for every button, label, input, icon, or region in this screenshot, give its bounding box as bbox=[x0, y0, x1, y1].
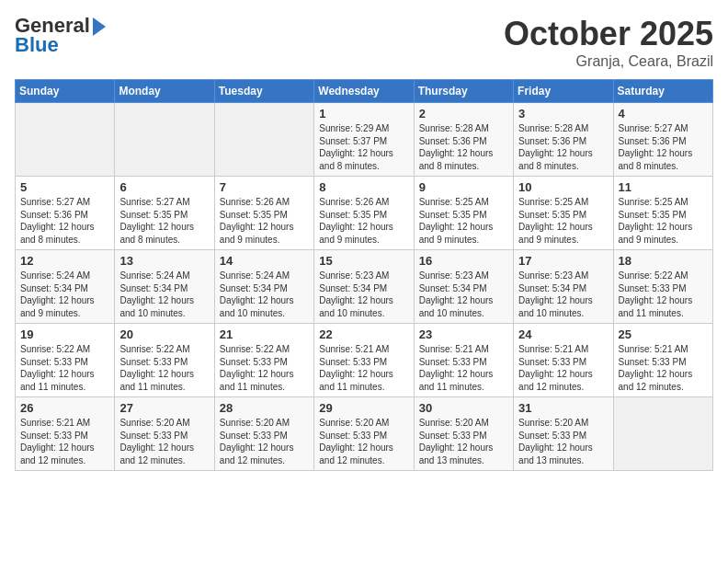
day-info: Sunrise: 5:21 AM Sunset: 5:33 PM Dayligh… bbox=[319, 343, 408, 393]
day-info: Sunrise: 5:28 AM Sunset: 5:36 PM Dayligh… bbox=[518, 122, 608, 172]
calendar-cell: 25Sunrise: 5:21 AM Sunset: 5:33 PM Dayli… bbox=[613, 324, 712, 397]
calendar-cell: 12Sunrise: 5:24 AM Sunset: 5:34 PM Dayli… bbox=[16, 250, 115, 324]
day-number: 26 bbox=[20, 401, 109, 415]
calendar-cell: 8Sunrise: 5:26 AM Sunset: 5:35 PM Daylig… bbox=[314, 177, 414, 250]
day-number: 16 bbox=[419, 254, 508, 268]
calendar-cell: 3Sunrise: 5:28 AM Sunset: 5:36 PM Daylig… bbox=[514, 103, 613, 177]
svg-marker-0 bbox=[93, 17, 106, 36]
day-info: Sunrise: 5:24 AM Sunset: 5:34 PM Dayligh… bbox=[119, 270, 209, 319]
calendar-cell: 28Sunrise: 5:20 AM Sunset: 5:33 PM Dayli… bbox=[214, 397, 313, 471]
calendar-cell: 6Sunrise: 5:27 AM Sunset: 5:35 PM Daylig… bbox=[115, 177, 214, 250]
day-info: Sunrise: 5:24 AM Sunset: 5:34 PM Dayligh… bbox=[220, 270, 309, 319]
calendar-cell: 19Sunrise: 5:22 AM Sunset: 5:33 PM Dayli… bbox=[16, 324, 115, 397]
calendar-cell: 22Sunrise: 5:21 AM Sunset: 5:33 PM Dayli… bbox=[314, 324, 414, 397]
calendar-cell: 23Sunrise: 5:21 AM Sunset: 5:33 PM Dayli… bbox=[414, 324, 513, 397]
day-info: Sunrise: 5:20 AM Sunset: 5:33 PM Dayligh… bbox=[220, 417, 309, 466]
calendar-cell: 5Sunrise: 5:27 AM Sunset: 5:36 PM Daylig… bbox=[16, 177, 115, 250]
weekday-header-friday: Friday bbox=[514, 80, 613, 103]
day-number: 1 bbox=[319, 107, 408, 121]
day-info: Sunrise: 5:21 AM Sunset: 5:33 PM Dayligh… bbox=[518, 343, 608, 393]
calendar-cell bbox=[16, 103, 115, 177]
weekday-header-monday: Monday bbox=[115, 80, 214, 103]
weekday-header-thursday: Thursday bbox=[414, 80, 513, 103]
day-info: Sunrise: 5:25 AM Sunset: 5:35 PM Dayligh… bbox=[419, 196, 508, 246]
day-info: Sunrise: 5:22 AM Sunset: 5:33 PM Dayligh… bbox=[220, 343, 309, 393]
calendar-cell bbox=[214, 103, 313, 177]
calendar-cell: 21Sunrise: 5:22 AM Sunset: 5:33 PM Dayli… bbox=[214, 324, 313, 397]
day-info: Sunrise: 5:25 AM Sunset: 5:35 PM Dayligh… bbox=[518, 196, 608, 246]
calendar-cell bbox=[613, 397, 712, 471]
calendar-week-1: 1Sunrise: 5:29 AM Sunset: 5:37 PM Daylig… bbox=[16, 103, 713, 177]
day-info: Sunrise: 5:21 AM Sunset: 5:33 PM Dayligh… bbox=[20, 417, 109, 466]
calendar-cell: 7Sunrise: 5:26 AM Sunset: 5:35 PM Daylig… bbox=[214, 177, 313, 250]
calendar-cell: 24Sunrise: 5:21 AM Sunset: 5:33 PM Dayli… bbox=[514, 324, 613, 397]
day-number: 30 bbox=[419, 401, 508, 415]
day-number: 10 bbox=[518, 180, 608, 194]
calendar-cell: 30Sunrise: 5:20 AM Sunset: 5:33 PM Dayli… bbox=[414, 397, 513, 471]
location-subtitle: Granja, Ceara, Brazil bbox=[504, 53, 713, 70]
day-number: 2 bbox=[419, 107, 508, 121]
logo-flag-icon bbox=[91, 16, 108, 38]
logo: General Blue bbox=[15, 15, 108, 56]
day-info: Sunrise: 5:25 AM Sunset: 5:35 PM Dayligh… bbox=[619, 196, 708, 246]
day-info: Sunrise: 5:27 AM Sunset: 5:36 PM Dayligh… bbox=[619, 122, 708, 172]
day-number: 31 bbox=[518, 401, 608, 415]
day-info: Sunrise: 5:20 AM Sunset: 5:33 PM Dayligh… bbox=[518, 417, 608, 466]
calendar-cell: 15Sunrise: 5:23 AM Sunset: 5:34 PM Dayli… bbox=[314, 250, 414, 324]
calendar-week-5: 26Sunrise: 5:21 AM Sunset: 5:33 PM Dayli… bbox=[16, 397, 713, 471]
day-info: Sunrise: 5:23 AM Sunset: 5:34 PM Dayligh… bbox=[319, 270, 408, 319]
day-info: Sunrise: 5:28 AM Sunset: 5:36 PM Dayligh… bbox=[419, 122, 508, 172]
calendar-cell: 11Sunrise: 5:25 AM Sunset: 5:35 PM Dayli… bbox=[613, 177, 712, 250]
day-info: Sunrise: 5:26 AM Sunset: 5:35 PM Dayligh… bbox=[319, 196, 408, 246]
day-info: Sunrise: 5:23 AM Sunset: 5:34 PM Dayligh… bbox=[419, 270, 508, 319]
day-number: 19 bbox=[20, 327, 109, 341]
day-info: Sunrise: 5:24 AM Sunset: 5:34 PM Dayligh… bbox=[20, 270, 109, 319]
calendar-cell: 1Sunrise: 5:29 AM Sunset: 5:37 PM Daylig… bbox=[314, 103, 414, 177]
header: General Blue October 2025 Granja, Ceara,… bbox=[15, 15, 713, 70]
calendar-cell: 17Sunrise: 5:23 AM Sunset: 5:34 PM Dayli… bbox=[514, 250, 613, 324]
calendar-cell: 2Sunrise: 5:28 AM Sunset: 5:36 PM Daylig… bbox=[414, 103, 513, 177]
day-info: Sunrise: 5:29 AM Sunset: 5:37 PM Dayligh… bbox=[319, 122, 408, 172]
day-info: Sunrise: 5:27 AM Sunset: 5:35 PM Dayligh… bbox=[119, 196, 209, 246]
day-number: 8 bbox=[319, 180, 408, 194]
day-info: Sunrise: 5:22 AM Sunset: 5:33 PM Dayligh… bbox=[119, 343, 209, 393]
day-number: 29 bbox=[319, 401, 408, 415]
day-info: Sunrise: 5:27 AM Sunset: 5:36 PM Dayligh… bbox=[20, 196, 109, 246]
day-info: Sunrise: 5:20 AM Sunset: 5:33 PM Dayligh… bbox=[419, 417, 508, 466]
calendar-cell bbox=[115, 103, 214, 177]
day-info: Sunrise: 5:22 AM Sunset: 5:33 PM Dayligh… bbox=[619, 270, 708, 319]
weekday-header-wednesday: Wednesday bbox=[314, 80, 414, 103]
day-number: 18 bbox=[619, 254, 708, 268]
calendar-cell: 13Sunrise: 5:24 AM Sunset: 5:34 PM Dayli… bbox=[115, 250, 214, 324]
calendar-cell: 16Sunrise: 5:23 AM Sunset: 5:34 PM Dayli… bbox=[414, 250, 513, 324]
title-block: October 2025 Granja, Ceara, Brazil bbox=[504, 15, 713, 70]
calendar-cell: 14Sunrise: 5:24 AM Sunset: 5:34 PM Dayli… bbox=[214, 250, 313, 324]
day-number: 28 bbox=[220, 401, 309, 415]
day-number: 20 bbox=[119, 327, 209, 341]
weekday-header-sunday: Sunday bbox=[16, 80, 115, 103]
day-number: 24 bbox=[518, 327, 608, 341]
day-number: 27 bbox=[119, 401, 209, 415]
day-number: 11 bbox=[619, 180, 708, 194]
calendar-table: SundayMondayTuesdayWednesdayThursdayFrid… bbox=[15, 79, 713, 471]
calendar-cell: 31Sunrise: 5:20 AM Sunset: 5:33 PM Dayli… bbox=[514, 397, 613, 471]
day-info: Sunrise: 5:20 AM Sunset: 5:33 PM Dayligh… bbox=[119, 417, 209, 466]
day-info: Sunrise: 5:22 AM Sunset: 5:33 PM Dayligh… bbox=[20, 343, 109, 393]
calendar-week-2: 5Sunrise: 5:27 AM Sunset: 5:36 PM Daylig… bbox=[16, 177, 713, 250]
calendar-cell: 9Sunrise: 5:25 AM Sunset: 5:35 PM Daylig… bbox=[414, 177, 513, 250]
day-number: 13 bbox=[119, 254, 209, 268]
day-info: Sunrise: 5:20 AM Sunset: 5:33 PM Dayligh… bbox=[319, 417, 408, 466]
day-number: 17 bbox=[518, 254, 608, 268]
day-number: 22 bbox=[319, 327, 408, 341]
calendar-cell: 4Sunrise: 5:27 AM Sunset: 5:36 PM Daylig… bbox=[613, 103, 712, 177]
calendar-cell: 20Sunrise: 5:22 AM Sunset: 5:33 PM Dayli… bbox=[115, 324, 214, 397]
day-number: 4 bbox=[619, 107, 708, 121]
weekday-header-tuesday: Tuesday bbox=[214, 80, 313, 103]
calendar-cell: 27Sunrise: 5:20 AM Sunset: 5:33 PM Dayli… bbox=[115, 397, 214, 471]
day-number: 7 bbox=[220, 180, 309, 194]
day-number: 14 bbox=[220, 254, 309, 268]
day-info: Sunrise: 5:23 AM Sunset: 5:34 PM Dayligh… bbox=[518, 270, 608, 319]
page-container: General Blue October 2025 Granja, Ceara,… bbox=[0, 0, 728, 478]
calendar-cell: 10Sunrise: 5:25 AM Sunset: 5:35 PM Dayli… bbox=[514, 177, 613, 250]
day-info: Sunrise: 5:26 AM Sunset: 5:35 PM Dayligh… bbox=[220, 196, 309, 246]
